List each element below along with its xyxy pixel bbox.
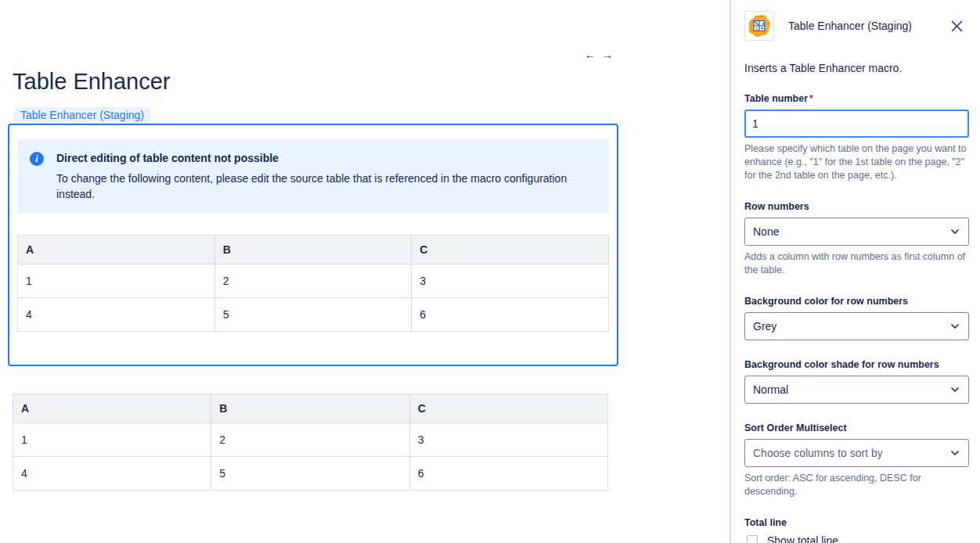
selected-value: Grey: [753, 320, 776, 333]
panel-title: Table Enhancer (Staging): [788, 20, 912, 32]
column-header: C: [409, 394, 607, 423]
table-cell: 1: [13, 423, 211, 457]
table-row: 4 5 6: [13, 457, 608, 491]
close-panel-button[interactable]: [948, 17, 966, 35]
chevron-down-icon: [949, 321, 960, 332]
show-total-line-checkbox-row[interactable]: Show total line: [744, 534, 967, 543]
required-marker: *: [809, 93, 813, 104]
info-panel-body: To change the following content, please …: [56, 171, 596, 202]
chevron-down-icon: [949, 384, 960, 395]
table-row: 1 2 3: [18, 264, 609, 298]
table-cell: 4: [18, 298, 215, 332]
column-header: A: [13, 394, 211, 423]
macro-description: Inserts a Table Enhancer macro.: [744, 62, 967, 74]
table-number-help: Please specify which table on the page y…: [744, 142, 971, 182]
row-numbers-help: Adds a column with row numbers as first …: [744, 250, 971, 277]
table-cell: 2: [211, 423, 409, 457]
selected-macro-frame[interactable]: i Direct editing of table content not po…: [8, 124, 618, 366]
table-cell: 2: [214, 264, 412, 298]
panel-header: 1 + Table Enhancer (Staging): [744, 11, 967, 41]
column-header: B: [214, 236, 412, 264]
bg-color-select[interactable]: Grey: [744, 312, 969, 340]
table-cell: 6: [409, 457, 607, 491]
chevron-down-icon: [949, 226, 960, 237]
table-number-input[interactable]: [744, 110, 969, 138]
info-panel: i Direct editing of table content not po…: [17, 139, 609, 213]
macro-preview-table: A B C 1 2 3 4 5 6: [17, 235, 609, 332]
table-cell: 4: [13, 457, 211, 491]
macro-chip[interactable]: Table Enhancer (Staging): [14, 107, 150, 124]
field-label-total-line: Total line: [744, 517, 967, 528]
field-label-bg-color: Background color for row numbers: [744, 296, 967, 307]
sort-order-multiselect[interactable]: Choose columns to sort by: [744, 439, 969, 467]
page-root: ← → Table Enhancer Table Enhancer (Stagi…: [0, 0, 980, 543]
label-text: Table number: [744, 93, 808, 104]
panel-resize-icon[interactable]: ← →: [585, 49, 614, 61]
close-icon: [949, 19, 964, 34]
field-label-table-number: Table number*: [744, 93, 967, 104]
info-panel-title: Direct editing of table content not poss…: [56, 150, 596, 166]
select-placeholder: Choose columns to sort by: [753, 447, 883, 459]
source-table[interactable]: A B C 1 2 3 4 5 6: [13, 394, 608, 491]
editor-content: ← → Table Enhancer Table Enhancer (Stagi…: [0, 0, 730, 543]
table-cell: 3: [409, 423, 607, 457]
row-numbers-select[interactable]: None: [744, 218, 969, 246]
show-total-line-checkbox[interactable]: [747, 535, 758, 543]
table-row: 4 5 6: [18, 298, 609, 332]
table-cell: 6: [412, 298, 609, 332]
table-cell: 5: [214, 298, 412, 332]
table-header-row: A B C: [18, 236, 609, 264]
table-enhancer-macro-icon: 1 +: [744, 11, 774, 41]
column-header: C: [412, 236, 609, 264]
table-row: 1 2 3: [13, 423, 608, 457]
column-header: B: [211, 394, 409, 423]
table-header-row: A B C: [13, 394, 608, 423]
field-label-row-numbers: Row numbers: [744, 201, 967, 212]
svg-text:+: +: [761, 26, 764, 31]
selected-value: None: [753, 225, 779, 238]
sort-order-help: Sort order: ASC for ascending, DESC for …: [744, 472, 971, 498]
field-label-sort-order: Sort Order Multiselect: [744, 423, 967, 433]
selected-value: Normal: [753, 383, 788, 396]
svg-text:1: 1: [755, 27, 758, 31]
chevron-down-icon: [949, 448, 960, 458]
info-icon: i: [30, 152, 44, 166]
table-cell: 5: [211, 457, 409, 491]
checkbox-label: Show total line: [767, 534, 838, 543]
bg-shade-select[interactable]: Normal: [744, 376, 969, 404]
table-cell: 1: [18, 264, 215, 298]
macro-config-panel: 1 + Table Enhancer (Staging) Inserts a T…: [730, 0, 980, 543]
field-label-bg-shade: Background color shade for row numbers: [744, 359, 967, 370]
column-header: A: [18, 236, 215, 264]
table-cell: 3: [412, 264, 609, 298]
page-title: Table Enhancer: [13, 69, 730, 95]
